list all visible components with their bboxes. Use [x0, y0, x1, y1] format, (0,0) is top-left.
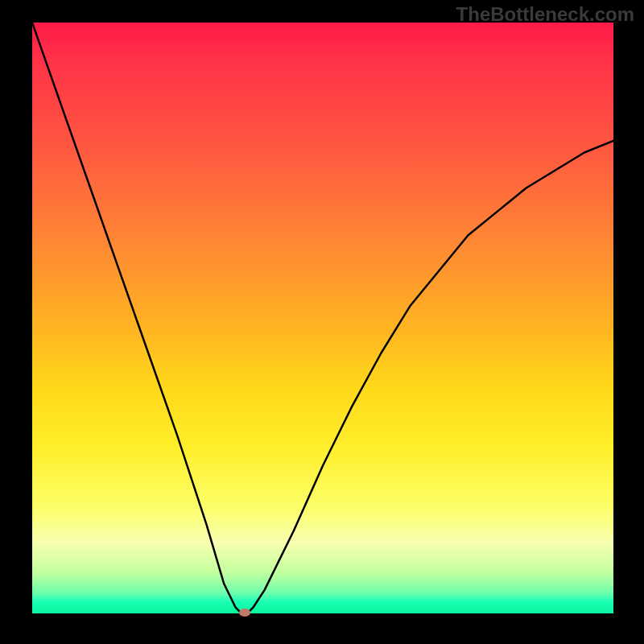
- plot-area: [32, 23, 613, 613]
- optimal-point-marker: [239, 609, 250, 617]
- watermark-text: TheBottleneck.com: [456, 3, 634, 26]
- chart-frame: TheBottleneck.com: [0, 0, 644, 644]
- bottleneck-curve: [32, 23, 613, 613]
